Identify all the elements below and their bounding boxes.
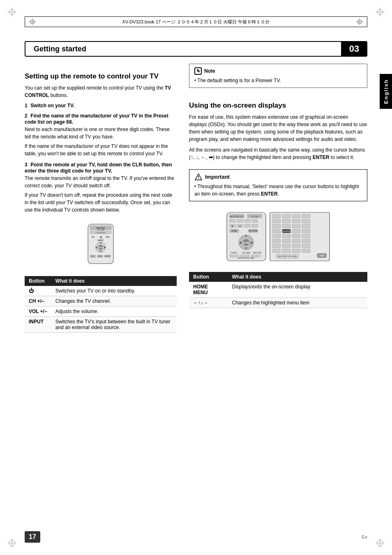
svg-rect-109 (302, 234, 310, 238)
content-area: Setting up the remote to control your TV… (25, 64, 367, 522)
svg-text:▶: ▶ (232, 225, 233, 227)
svg-rect-80 (272, 219, 281, 223)
svg-text:▶: ▶ (251, 241, 254, 244)
right-section-heading: Using the on-screen displays (189, 101, 367, 110)
svg-text:▼: ▼ (99, 250, 102, 253)
table-cell-what: Adjusts the volume. (51, 306, 177, 317)
chapter-num-box: 03 (341, 41, 367, 57)
step2-num: 2 (25, 113, 28, 119)
remote-svg: MASTER VOLUME + TV CONTROL CH ⏻ VOL INPU… (72, 222, 129, 267)
right-table: Button What it does HOMEMENUDisplays/exi… (189, 272, 367, 308)
svg-rect-52 (244, 219, 250, 222)
step3-title: Point the remote at your TV, hold down t… (25, 162, 172, 174)
svg-rect-88 (282, 219, 291, 223)
table-cell-what: Switches your TV on or into standby. (51, 286, 177, 296)
svg-text:RETURN: RETURN (249, 230, 258, 232)
table-cell-what: Changes the TV channel. (51, 296, 177, 306)
step3-body2: If your TV doesn't turn off, repeat the … (25, 191, 177, 214)
remote-image-area: MASTER VOLUME + TV CONTROL CH ⏻ VOL INPU… (25, 222, 177, 267)
svg-rect-53 (252, 219, 258, 222)
svg-text:VOLUME: VOLUME (242, 251, 251, 254)
reg-mark-tl (7, 7, 16, 16)
svg-text:CLR: CLR (320, 254, 324, 257)
left-section-heading: Setting up the remote to control your TV (25, 72, 177, 81)
important-header: ! Important (194, 173, 362, 181)
svg-text:HOME: HOME (231, 230, 238, 232)
chapter-header: Getting started 03 (25, 41, 367, 57)
svg-rect-98 (292, 219, 300, 223)
svg-text:MASTER VOL: MASTER VOL (230, 215, 243, 218)
english-tab: English (380, 74, 392, 109)
table-cell-button: ⏻ (25, 286, 51, 296)
svg-text:▲: ▲ (244, 234, 248, 237)
svg-rect-79 (272, 214, 281, 218)
svg-text:TV / FM: TV / FM (251, 215, 258, 218)
table-row: HOMEMENUDisplays/exits the on-screen dis… (189, 282, 367, 298)
step1-num: 1 (25, 103, 28, 108)
table-cell-what: Displays/exits the on-screen display (228, 282, 367, 298)
step2-body: Next to each manufacturer is one or more… (25, 126, 177, 140)
reg-mark-br (376, 539, 385, 548)
step2-body2: If the name of the manufacturer of your … (25, 143, 177, 157)
svg-rect-103 (292, 244, 300, 248)
right-table-header-button: Button (189, 272, 228, 282)
osd-svg: MASTER VOL TV / FM ▶ ■ (225, 210, 332, 264)
reg-mark-tr (376, 7, 385, 16)
table-cell-what: Changes the highlighted menu item (228, 297, 367, 308)
lang-label: English (383, 79, 389, 104)
left-table-header-what: What it does (51, 276, 177, 286)
reg-mark-bl (7, 539, 16, 548)
svg-text:MENU: MENU (98, 256, 103, 257)
svg-text:RETURN: RETURN (104, 256, 111, 257)
svg-rect-74 (230, 255, 239, 257)
note-body: • The default setting is for a Pioneer T… (194, 77, 362, 84)
table-cell-button: CH +/– (25, 296, 51, 306)
svg-rect-87 (282, 214, 291, 218)
svg-text:◀: ◀ (239, 241, 242, 244)
svg-rect-89 (282, 224, 291, 228)
left-column: Setting up the remote to control your TV… (25, 64, 177, 522)
svg-rect-83 (272, 234, 281, 238)
svg-rect-95 (282, 244, 291, 248)
important-icon-svg: ! (194, 173, 203, 181)
svg-text:⏻: ⏻ (100, 236, 102, 238)
left-table-header-button: Button (25, 276, 51, 286)
svg-text:MASTER VOLUME: MASTER VOLUME (238, 257, 254, 259)
osd-image-area: MASTER VOL TV / FM ▶ ■ (189, 210, 367, 264)
right-intro2: All the screens are navigated in basical… (189, 146, 367, 161)
svg-rect-110 (302, 239, 310, 243)
svg-text:ENTER: ENTER (243, 242, 250, 244)
svg-text:CLR: CLR (91, 256, 94, 257)
svg-rect-50 (230, 219, 235, 222)
svg-text:ENTER: ENTER (98, 246, 104, 249)
svg-text:AUDIO: AUDIO (231, 251, 237, 254)
svg-rect-105 (302, 214, 310, 218)
book-info-reg-right (356, 18, 363, 25)
svg-text:+: + (108, 226, 110, 229)
step-3: 3 Point the remote at your TV, hold down… (25, 161, 177, 214)
svg-rect-111 (302, 244, 310, 248)
svg-rect-84 (272, 239, 281, 243)
svg-text:VOLUME: VOLUME (97, 229, 104, 231)
table-cell-button: ←↑↓→ (189, 297, 228, 308)
note-header: ✎ Note (194, 67, 362, 75)
svg-rect-59 (252, 224, 258, 227)
svg-rect-106 (302, 219, 310, 223)
svg-text:VOL: VOL (106, 236, 110, 238)
important-body: • Throughout this manual, 'Select' means… (194, 183, 362, 198)
book-info-reg-left (29, 18, 36, 25)
left-table: Button What it does ⏻Switches your TV on… (25, 276, 177, 333)
svg-rect-99 (292, 224, 300, 228)
svg-rect-51 (237, 219, 243, 222)
svg-rect-104 (292, 249, 300, 253)
svg-text:▲: ▲ (99, 241, 102, 244)
right-intro1: For ease of use, this system makes exten… (189, 113, 367, 143)
table-row: ⏻Switches your TV on or into standby. (25, 286, 177, 296)
step2-title: Find the name of the manufacturer of you… (25, 113, 168, 125)
svg-rect-82 (272, 229, 281, 233)
step-1: 1 Switch on your TV. (25, 102, 177, 108)
right-column: ✎ Note • The default setting is for a Pi… (189, 64, 367, 522)
svg-rect-112 (302, 249, 310, 253)
table-row: VOL +/–Adjusts the volume. (25, 306, 177, 317)
svg-rect-93 (282, 234, 291, 238)
